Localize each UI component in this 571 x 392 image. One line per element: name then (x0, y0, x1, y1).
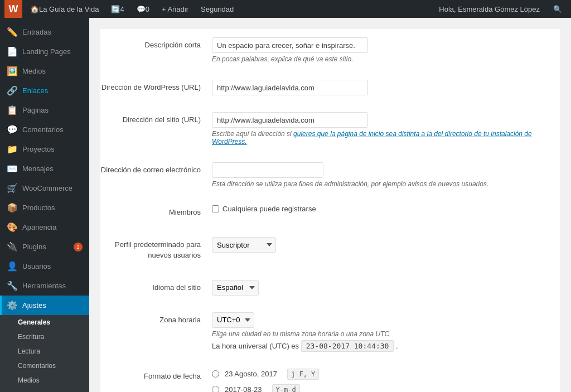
site-url-input[interactable] (212, 112, 368, 128)
sidebar-item-plugins[interactable]: 🔌 Plugins 2 (0, 237, 89, 257)
menu-label: Páginas (22, 106, 49, 114)
messages-icon: ✉️ (7, 163, 18, 174)
utc-time-row: La hora universal (UTC) es 23-08-2017 10… (212, 340, 560, 352)
menu-label: Enlaces (22, 86, 48, 95)
date-format-option-1: 23 Agosto, 2017 j F, Y (212, 369, 560, 380)
appearance-icon: 🎨 (7, 222, 18, 233)
woo-icon: 🛒 (7, 183, 18, 193)
wp-url-label: Dirección de WordPress (URL) (101, 83, 201, 91)
menu-label: Ajustes (22, 301, 46, 309)
sidebar-item-comentarios[interactable]: 💬 Comentarios (0, 120, 89, 139)
sidebar-item-apariencia[interactable]: 🎨 Apariencia (0, 217, 89, 237)
menu-label: Comentarios (22, 125, 64, 134)
submenu-generales[interactable]: Generales (0, 315, 89, 330)
sidebar-item-woocommerce[interactable]: 🛒 WooCommerce (0, 178, 89, 198)
date-format-example-2: 2017-08-23 (225, 385, 262, 392)
media-icon: 🖼️ (7, 66, 18, 76)
idioma-select[interactable]: Español English Français (212, 280, 259, 296)
timezone-label: Zona horaria (159, 316, 201, 324)
sidebar-item-herramientas[interactable]: 🔧 Herramientas (0, 276, 89, 296)
pages-icon: 📋 (7, 105, 18, 115)
descripcion-input[interactable] (212, 37, 368, 53)
sidebar-item-usuarios[interactable]: 👤 Usuarios (0, 257, 89, 276)
email-input[interactable] (212, 162, 323, 178)
date-format-code-1: j F, Y (287, 369, 319, 380)
timezone-help: Elige una ciudad en tu misma zona horari… (212, 330, 560, 338)
sidebar-item-ajustes[interactable]: ⚙️ Ajustes (0, 296, 89, 315)
date-format-radio-2[interactable] (212, 386, 219, 392)
date-format-option-2: 2017-08-23 Y-m-d (212, 384, 560, 392)
settings-form: Descripción corta En pocas palabras, exp… (100, 29, 560, 392)
sidebar-item-proyectos[interactable]: 📁 Proyectos (0, 139, 89, 159)
email-help: Esta dirección se utiliza para fines de … (212, 180, 560, 188)
menu-label: Herramientas (22, 282, 66, 290)
user-info[interactable]: Hola, Esmeralda Gómez López (434, 0, 544, 18)
wp-url-input[interactable] (212, 80, 368, 95)
plugins-icon: 🔌 (7, 241, 18, 252)
sidebar-item-mensajes[interactable]: ✉️ Mensajes (0, 159, 89, 178)
search-item[interactable]: 🔍 (549, 0, 567, 18)
posts-icon: ✏️ (7, 27, 18, 37)
utc-time-value: 23-08-2017 10:44:30 (301, 340, 394, 352)
site-url-help: Escribe aquí la dirección si quieres que… (212, 130, 560, 146)
menu-label: Apariencia (22, 223, 56, 231)
perfil-select[interactable]: Suscriptor Colaborador Autor Editor Admi… (212, 237, 276, 253)
landing-icon: 📄 (7, 46, 18, 57)
menu-label: Landing Pages (22, 47, 71, 56)
menu-label: Usuarios (22, 262, 51, 270)
submenu-escritura[interactable]: Escritura (0, 330, 89, 344)
site-url-label: Dirección del sitio (URL) (123, 115, 201, 124)
updates-item[interactable]: 🔄 4 (107, 0, 128, 18)
menu-label: Entradas (22, 28, 51, 36)
comments-icon: 💬 (137, 5, 146, 13)
menu-label: WooCommerce (22, 184, 72, 192)
descripcion-label: Descripción corta (145, 41, 201, 49)
date-format-code-2: Y-m-d (272, 384, 300, 392)
updates-icon: 🔄 (111, 5, 120, 13)
submenu-comentarios[interactable]: Comentarios (0, 359, 89, 373)
sidebar-item-enlaces[interactable]: 🔗 Enlaces (0, 81, 89, 100)
idioma-label: Idioma del sitio (152, 283, 201, 292)
miembros-checkbox-text: Cualquiera puede registrarse (222, 205, 316, 213)
menu-label: Productos (22, 204, 55, 212)
email-label: Dirección de correo electrónico (101, 166, 201, 174)
sidebar-item-landing-pages[interactable]: 📄 Landing Pages (0, 42, 89, 61)
projects-icon: 📁 (7, 144, 18, 154)
menu-label: Mensajes (22, 164, 54, 173)
sidebar-item-paginas[interactable]: 📋 Páginas (0, 100, 89, 120)
menu-label: Proyectos (22, 145, 55, 153)
date-format-example-1: 23 Agosto, 2017 (225, 370, 277, 378)
menu-label: Plugins (22, 243, 46, 251)
menu-label: Medios (22, 67, 46, 75)
products-icon: 📦 (7, 202, 18, 213)
date-format-label: Formato de fecha (144, 372, 201, 380)
submenu-medios[interactable]: Medios (0, 373, 89, 388)
ajustes-submenu: Generales Escritura Lectura Comentarios … (0, 315, 89, 392)
security-item[interactable]: Seguridad (196, 0, 238, 18)
wp-logo[interactable]: W (4, 0, 22, 18)
miembros-label: Miembros (169, 208, 201, 216)
descripcion-help: En pocas palabras, explica de qué va est… (212, 55, 560, 63)
sidebar-item-medios[interactable]: 🖼️ Medios (0, 61, 89, 81)
date-format-radio-1[interactable] (212, 370, 219, 378)
users-icon: 👤 (7, 261, 18, 272)
tools-icon: 🔧 (7, 280, 18, 291)
home-icon: 🏠 (30, 5, 39, 13)
plugins-badge: 2 (74, 243, 83, 251)
miembros-checkbox-label: Cualquiera puede registrarse (212, 205, 560, 213)
sidebar-item-entradas[interactable]: ✏️ Entradas (0, 22, 89, 42)
miembros-checkbox[interactable] (212, 205, 219, 212)
add-new-item[interactable]: + Añadir (157, 0, 193, 18)
perfil-label: Perfil predeterminado para nuevos usuari… (115, 240, 201, 259)
sidebar-item-productos[interactable]: 📦 Productos (0, 198, 89, 217)
settings-icon: ⚙️ (7, 300, 18, 311)
submenu-enlaces-permanentes[interactable]: Enlaces permanentes (0, 388, 89, 392)
site-name[interactable]: 🏠 La Guía de la Vida (26, 0, 103, 18)
submenu-lectura[interactable]: Lectura (0, 344, 89, 359)
comments-item[interactable]: 💬 0 (132, 0, 154, 18)
links-icon: 🔗 (7, 85, 18, 96)
timezone-select[interactable]: UTC+0 UTC-1 UTC+1 (212, 312, 254, 328)
admin-bar: W 🏠 La Guía de la Vida 🔄 4 💬 0 + Añadir … (0, 0, 571, 18)
comments-icon: 💬 (7, 124, 18, 135)
